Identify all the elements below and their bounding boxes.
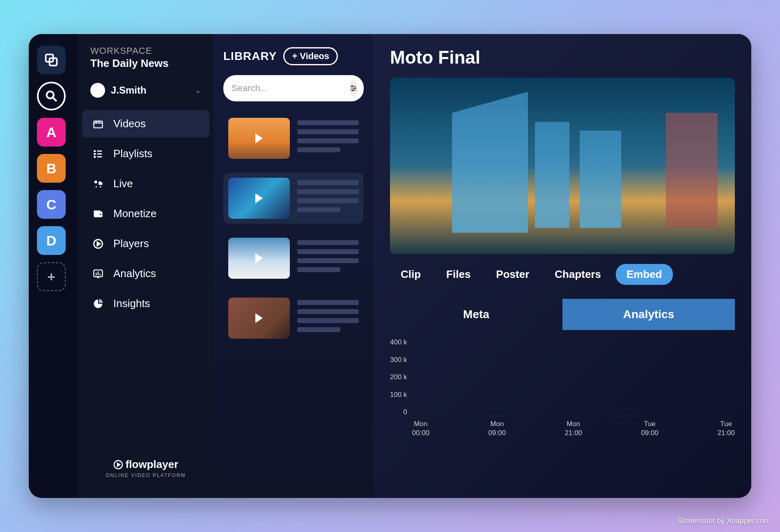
library-item[interactable] bbox=[223, 173, 364, 224]
workspace-rail: A B C D + bbox=[29, 34, 78, 498]
svg-point-31 bbox=[352, 89, 353, 91]
svg-point-16 bbox=[100, 213, 101, 215]
y-tick: 100 k bbox=[390, 391, 407, 399]
svg-marker-25 bbox=[117, 463, 120, 466]
brand-name: flowplayer bbox=[126, 458, 179, 471]
svg-rect-20 bbox=[96, 273, 96, 275]
sliders-icon bbox=[349, 84, 358, 92]
workspace-name: The Daily News bbox=[90, 57, 201, 70]
brand-tagline: ONLINE VIDEO PLATFORM bbox=[90, 472, 201, 478]
play-icon bbox=[255, 133, 263, 143]
area-chart bbox=[412, 338, 735, 416]
library-panel: LIBRARY + Videos bbox=[213, 34, 374, 498]
search-wrap bbox=[223, 75, 364, 101]
watermark: Screenshot by Xnapper.com bbox=[677, 517, 770, 525]
sidebar-item-label: Players bbox=[113, 237, 149, 250]
detail-subtabs: Meta Analytics bbox=[390, 299, 735, 330]
clapperboard-icon bbox=[92, 118, 104, 130]
svg-point-12 bbox=[96, 186, 97, 188]
workspace-b[interactable]: B bbox=[37, 154, 66, 183]
add-workspace-button[interactable]: + bbox=[37, 262, 66, 291]
x-tick: Mon09:00 bbox=[489, 420, 506, 438]
workspaces-icon[interactable] bbox=[37, 46, 66, 74]
video-thumbnail bbox=[228, 178, 290, 219]
svg-rect-21 bbox=[98, 271, 99, 275]
sidebar-item-insights[interactable]: Insights bbox=[82, 290, 209, 317]
svg-point-29 bbox=[351, 85, 353, 87]
item-placeholder-lines bbox=[297, 178, 359, 219]
subtab-meta[interactable]: Meta bbox=[390, 299, 562, 330]
workspace-d[interactable]: D bbox=[37, 226, 66, 255]
list-icon bbox=[92, 148, 104, 160]
sidebar-item-label: Analytics bbox=[113, 267, 156, 280]
library-item[interactable] bbox=[223, 113, 364, 164]
sidebar-item-label: Playlists bbox=[113, 147, 152, 160]
library-item[interactable] bbox=[223, 293, 364, 344]
workspace-header: WORKSPACE The Daily News bbox=[82, 46, 209, 77]
y-tick: 0 bbox=[390, 408, 407, 416]
tab-files[interactable]: Files bbox=[436, 264, 481, 285]
tab-clip[interactable]: Clip bbox=[390, 264, 431, 285]
play-circle-icon bbox=[113, 460, 123, 470]
svg-rect-22 bbox=[100, 274, 101, 275]
y-tick: 400 k bbox=[390, 338, 407, 346]
sidebar-item-players[interactable]: Players bbox=[82, 230, 209, 257]
sidebar-item-playlists[interactable]: Playlists bbox=[82, 140, 209, 167]
svg-rect-15 bbox=[94, 210, 101, 212]
detail-panel: Moto Final Clip Files Poster Chapters Em… bbox=[374, 34, 751, 498]
chart-y-axis: 400 k 300 k 200 k 100 k 0 bbox=[390, 338, 407, 416]
analytics-chart: 400 k 300 k 200 k 100 k 0 Mon00:00 Mon09… bbox=[390, 338, 735, 438]
svg-marker-18 bbox=[97, 242, 100, 245]
library-item[interactable] bbox=[223, 233, 364, 284]
subtab-analytics[interactable]: Analytics bbox=[562, 299, 735, 330]
svg-line-3 bbox=[53, 98, 57, 101]
play-circle-icon bbox=[92, 238, 104, 250]
sidebar-item-videos[interactable]: Videos bbox=[82, 110, 209, 138]
video-thumbnail bbox=[228, 118, 290, 159]
video-thumbnail bbox=[228, 238, 290, 279]
library-list bbox=[223, 113, 364, 344]
item-placeholder-lines bbox=[297, 118, 359, 159]
pie-icon bbox=[92, 298, 104, 310]
svg-point-30 bbox=[354, 87, 356, 89]
sidebar: WORKSPACE The Daily News J.Smith ⌄ Video… bbox=[78, 34, 213, 498]
user-menu[interactable]: J.Smith ⌄ bbox=[82, 77, 209, 103]
sidebar-item-label: Insights bbox=[113, 297, 150, 310]
filter-button[interactable] bbox=[349, 80, 358, 96]
x-tick: Tue09:00 bbox=[641, 420, 658, 438]
svg-point-5 bbox=[94, 150, 95, 151]
add-videos-button[interactable]: + Videos bbox=[283, 47, 338, 65]
brand-footer: flowplayer ONLINE VIDEO PLATFORM bbox=[82, 450, 209, 486]
sidebar-item-analytics[interactable]: Analytics bbox=[82, 260, 209, 287]
chevron-down-icon: ⌄ bbox=[195, 86, 201, 95]
detail-tabs: Clip Files Poster Chapters Embed bbox=[390, 264, 735, 285]
svg-point-13 bbox=[100, 186, 101, 188]
play-icon bbox=[255, 193, 263, 203]
wallet-icon bbox=[92, 208, 104, 220]
svg-point-6 bbox=[94, 153, 95, 154]
workspace-a[interactable]: A bbox=[37, 118, 66, 147]
sidebar-item-label: Monetize bbox=[113, 207, 157, 220]
svg-rect-4 bbox=[94, 121, 103, 128]
item-placeholder-lines bbox=[297, 298, 359, 339]
svg-point-11 bbox=[94, 180, 97, 183]
svg-point-7 bbox=[94, 156, 95, 157]
tab-poster[interactable]: Poster bbox=[485, 264, 540, 285]
search-icon[interactable] bbox=[37, 82, 66, 110]
brand-logo: flowplayer bbox=[90, 458, 201, 471]
workspace-label: WORKSPACE bbox=[90, 46, 201, 56]
sidebar-item-monetize[interactable]: Monetize bbox=[82, 200, 209, 227]
sidebar-item-label: Live bbox=[113, 177, 133, 190]
tab-chapters[interactable]: Chapters bbox=[544, 264, 612, 285]
sidebar-item-live[interactable]: Live bbox=[82, 170, 209, 197]
y-tick: 300 k bbox=[390, 356, 407, 364]
video-preview[interactable] bbox=[390, 78, 735, 254]
avatar bbox=[90, 83, 105, 98]
broadcast-icon bbox=[92, 178, 104, 190]
search-input[interactable] bbox=[232, 83, 344, 94]
tab-embed[interactable]: Embed bbox=[616, 264, 673, 285]
user-name: J.Smith bbox=[111, 85, 189, 96]
y-tick: 200 k bbox=[390, 373, 407, 381]
chart-x-axis: Mon00:00 Mon09:00 Mon21:00 Tue09:00 Tue2… bbox=[412, 420, 735, 438]
workspace-c[interactable]: C bbox=[37, 190, 66, 219]
